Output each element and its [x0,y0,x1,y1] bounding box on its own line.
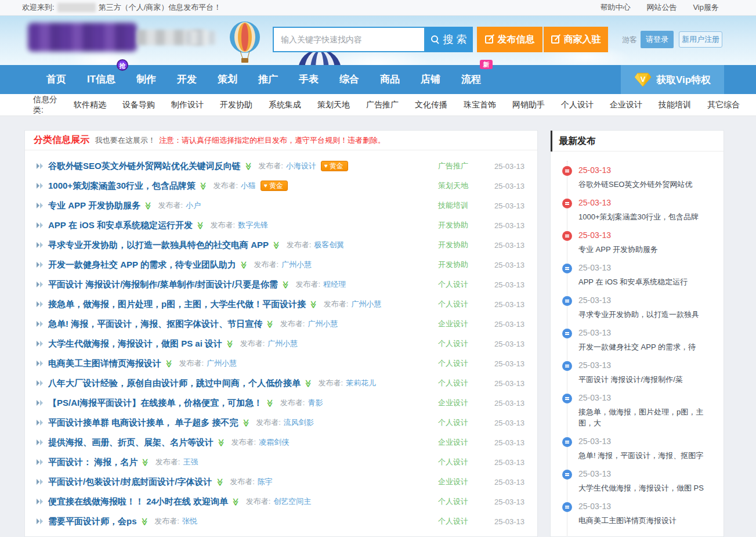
category-item[interactable]: 网销助手 [512,100,545,110]
post-title[interactable]: 提供海报、画册、折页、展架、名片等设计 [48,437,214,448]
publisher-name[interactable]: 广州小慧 [207,358,237,369]
chevron-down-icon[interactable]: ≫ [216,478,225,486]
chevron-down-icon[interactable]: ≫ [231,498,240,506]
post-category-link[interactable]: 个人设计 [430,338,476,349]
publisher-name[interactable]: 极客创翼 [314,240,344,250]
post-category-link[interactable]: 个人设计 [430,496,476,507]
site-logo[interactable] [28,21,219,55]
post-category-link[interactable]: 开发协助 [430,260,476,270]
post-category-link[interactable]: 企业设计 [430,319,476,329]
post-category-link[interactable]: 开发协助 [430,240,476,250]
latest-item[interactable]: 25-03-13寻求专业开发协助，以打造一款独具 [551,295,724,320]
post-title[interactable]: APP 在 iOS 和安卓系统稳定运行开发 [48,220,193,231]
category-item[interactable]: 制作设计 [171,100,204,110]
chevron-down-icon[interactable]: ≫ [309,300,318,308]
nav-item-综合[interactable]: 综合 [329,65,370,94]
publisher-name[interactable]: 流风剑影 [284,417,314,428]
post-category-link[interactable]: 个人设计 [430,299,476,309]
search-input[interactable] [273,27,425,52]
post-title[interactable]: 电商美工主图详情页海报设计 [48,358,161,369]
post-category-link[interactable]: 策划天地 [430,181,476,191]
nav-item-店铺[interactable]: 店铺 [410,65,451,94]
publisher-name[interactable]: 陈宇 [258,477,273,487]
post-category-link[interactable]: 开发协助 [430,220,476,230]
post-category-link[interactable]: 个人设计 [430,378,476,388]
post-title[interactable]: 便宜接在线做海报啦！！ 24小时在线 欢迎询单 [48,496,228,507]
post-category-link[interactable]: 个人设计 [430,358,476,369]
latest-item[interactable]: 25-03-13大学生代做海报，海报设计，做图 PS [551,469,724,493]
post-category-link[interactable]: 技能培训 [430,200,476,211]
post-title[interactable]: 平面设计/包装设计/封底封面设计/字体设计 [48,477,212,488]
merchant-join-button[interactable]: 商家入驻 [544,27,608,52]
category-item[interactable]: 其它综合 [707,100,740,110]
category-item[interactable]: 策划天地 [317,100,350,110]
chevron-down-icon[interactable]: ≫ [217,438,226,446]
post-category-link[interactable]: 个人设计 [430,516,476,527]
latest-item[interactable]: 25-03-13急单! 海报，平面设计，海报、抠图字 [551,437,724,461]
publisher-name[interactable]: 凌霜剑侠 [259,437,289,448]
nav-item-制作[interactable]: 制作 [126,65,167,94]
chevron-down-icon[interactable]: ≫ [144,201,153,210]
publish-info-button[interactable]: 发布信息 [477,27,542,52]
nav-item-首页[interactable]: 首页 [36,65,77,94]
chevron-down-icon[interactable]: ≫ [244,162,253,170]
nav-item-开发[interactable]: 开发 [167,65,207,94]
publisher-name[interactable]: 广州小慧 [308,319,338,329]
post-category-link[interactable]: 个人设计 [430,279,476,290]
publisher-name[interactable]: 王强 [183,457,198,467]
register-button[interactable]: 新用户注册 [679,31,722,48]
post-title[interactable]: 谷歌外链SEO英文外链外贸网站优化关键词反向链 [48,161,241,172]
post-category-link[interactable]: 个人设计 [430,417,476,428]
chevron-down-icon[interactable]: ≫ [141,458,150,466]
nav-item-IT信息[interactable]: IT信息抢 [77,65,126,94]
post-title[interactable]: 平面设计接单群 电商设计接单， 单子超多 接不完 [48,417,238,428]
latest-item[interactable]: 25-03-13APP 在 iOS 和安卓系统稳定运行 [551,263,724,287]
post-title[interactable]: 平面设计： 海报，名片 [48,457,138,468]
publisher-name[interactable]: 程经理 [323,279,346,290]
nav-item-手表[interactable]: 手表 [288,65,329,94]
post-title[interactable]: 1000+策划案涵盖30行业，包含品牌策 [48,181,196,192]
category-item[interactable]: 珠宝首饰 [464,100,496,110]
search-button[interactable]: 搜 索 [425,27,473,52]
vip-privilege-button[interactable]: V 获取Vip特权 [621,65,724,94]
category-item[interactable]: 开发协助 [220,100,252,110]
nav-item-推广[interactable]: 推广 [248,65,288,94]
nav-item-策划[interactable]: 策划 [207,65,248,94]
category-item[interactable]: 设备导购 [122,100,155,110]
category-item[interactable]: 文化传播 [415,100,447,110]
chevron-down-icon[interactable]: ≫ [226,340,234,348]
publisher-name[interactable]: 广州小慧 [267,338,298,349]
chevron-down-icon[interactable]: ≫ [140,517,149,525]
post-category-link[interactable]: 广告推广 [430,161,476,171]
publisher-name[interactable]: 小海设计 [286,161,316,171]
publisher-name[interactable]: 张悦 [182,516,197,527]
nav-item-商品[interactable]: 商品 [370,65,410,94]
publisher-name[interactable]: 小户 [186,200,201,211]
chevron-down-icon[interactable]: ≫ [304,379,313,387]
post-title[interactable]: 寻求专业开发协助，以打造一款独具特色的社交电商 APP [48,240,269,251]
publisher-name[interactable]: 小猫 [241,181,256,191]
publisher-name[interactable]: 数字先锋 [238,220,268,230]
post-title[interactable]: 接急单，做海报，图片处理，p图，主图，大学生代做！平面设计接 [48,299,306,310]
latest-item[interactable]: 25-03-131000+策划案涵盖30行业，包含品牌 [551,198,724,222]
chevron-down-icon[interactable]: ≫ [196,221,205,229]
login-button[interactable]: 请登录 [641,31,674,48]
publisher-name[interactable]: 广州小慧 [351,299,381,309]
publisher-name[interactable]: 广州小慧 [281,260,312,270]
post-category-link[interactable]: 企业设计 [430,437,476,448]
post-title[interactable]: 大学生代做海报，海报设计，做图 PS ai 设计 [48,338,222,349]
category-item[interactable]: 广告推广 [366,100,399,110]
chevron-down-icon[interactable]: ≫ [272,241,281,249]
chevron-down-icon[interactable]: ≫ [281,280,290,289]
post-category-link[interactable]: 企业设计 [430,398,476,408]
post-title[interactable]: 八年大厂设计经验，原创自由设计师，跳过中间商，个人低价接单 [48,378,301,389]
publisher-name[interactable]: 茉莉花儿 [346,378,376,388]
latest-item[interactable]: 25-03-13专业 APP 开发协助服务 [551,230,724,255]
nav-item-流程[interactable]: 流程新 [451,65,491,94]
category-item[interactable]: 软件精选 [74,100,106,110]
post-title[interactable]: 开发一款健身社交 APP 的需求，待专业团队助力 [48,260,236,271]
chevron-down-icon[interactable]: ≫ [240,261,248,269]
post-title[interactable]: 急单! 海报，平面设计，海报、抠图字体设计、节日宣传 [48,319,262,330]
chevron-down-icon[interactable]: ≫ [242,419,251,427]
chevron-down-icon[interactable]: ≫ [266,399,274,407]
